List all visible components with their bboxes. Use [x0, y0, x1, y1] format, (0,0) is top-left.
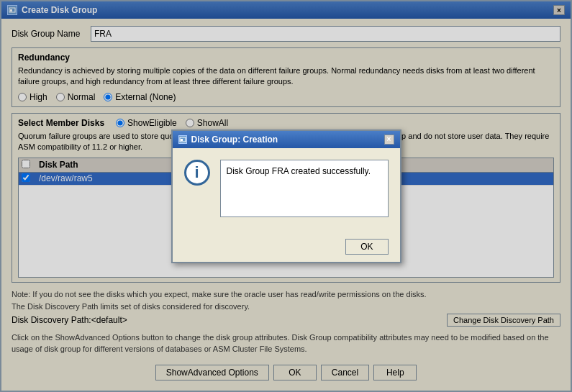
- dialog-message: Disk Group FRA created successfully.: [220, 160, 389, 217]
- svg-rect-3: [181, 139, 183, 141]
- dialog-window-icon: [178, 135, 187, 144]
- disk-creation-dialog: Disk Group: Creation × i Disk Group FRA …: [171, 129, 401, 263]
- dialog-ok-button[interactable]: OK: [345, 239, 388, 255]
- dialog-title: Disk Group: Creation: [191, 135, 278, 145]
- main-window: Create Disk Group × Disk Group Name Redu…: [0, 0, 572, 392]
- dialog-title-bar: Disk Group: Creation ×: [173, 131, 400, 148]
- dialog-footer: OK: [173, 234, 400, 262]
- dialog-close-button[interactable]: ×: [384, 135, 394, 145]
- dialog-overlay: Disk Group: Creation × i Disk Group FRA …: [1, 1, 571, 391]
- dialog-body: i Disk Group FRA created successfully.: [173, 148, 400, 234]
- info-icon: i: [184, 160, 210, 186]
